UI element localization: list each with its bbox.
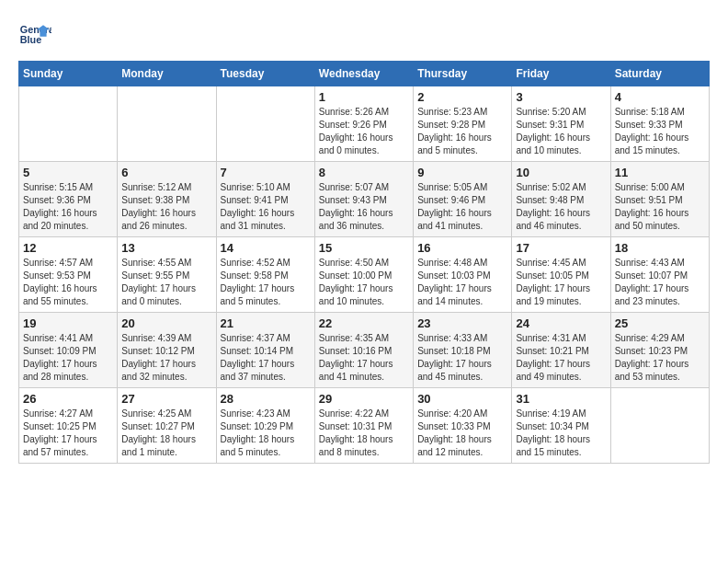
calendar-cell: 17Sunrise: 4:45 AM Sunset: 10:05 PM Dayl… [512, 237, 610, 313]
header-friday: Friday [512, 62, 610, 86]
calendar-cell: 25Sunrise: 4:29 AM Sunset: 10:23 PM Dayl… [610, 313, 709, 388]
day-detail: Sunrise: 5:12 AM Sunset: 9:38 PM Dayligh… [121, 181, 211, 233]
day-detail: Sunrise: 5:07 AM Sunset: 9:43 PM Dayligh… [319, 181, 409, 233]
calendar-cell: 7Sunrise: 5:10 AM Sunset: 9:41 PM Daylig… [216, 162, 314, 237]
calendar-cell: 2Sunrise: 5:23 AM Sunset: 9:28 PM Daylig… [414, 86, 512, 162]
calendar-cell: 14Sunrise: 4:52 AM Sunset: 9:58 PM Dayli… [216, 237, 314, 313]
day-detail: Sunrise: 5:10 AM Sunset: 9:41 PM Dayligh… [221, 181, 311, 233]
calendar-cell: 20Sunrise: 4:39 AM Sunset: 10:12 PM Dayl… [118, 313, 216, 388]
calendar-cell: 28Sunrise: 4:23 AM Sunset: 10:29 PM Dayl… [216, 388, 314, 464]
day-detail: Sunrise: 4:31 AM Sunset: 10:21 PM Daylig… [516, 332, 606, 384]
day-detail: Sunrise: 4:25 AM Sunset: 10:27 PM Daylig… [121, 408, 211, 459]
day-detail: Sunrise: 4:39 AM Sunset: 10:12 PM Daylig… [121, 332, 211, 384]
day-number: 31 [516, 392, 606, 406]
header-thursday: Thursday [414, 62, 512, 86]
day-number: 17 [516, 241, 606, 255]
day-detail: Sunrise: 4:50 AM Sunset: 10:00 PM Daylig… [319, 257, 409, 308]
week-row-1: 1Sunrise: 5:26 AM Sunset: 9:26 PM Daylig… [19, 86, 710, 162]
page-header: General Blue [18, 18, 710, 52]
day-number: 13 [121, 241, 211, 255]
day-number: 27 [121, 392, 211, 406]
day-detail: Sunrise: 4:20 AM Sunset: 10:33 PM Daylig… [417, 408, 507, 459]
calendar-cell: 15Sunrise: 4:50 AM Sunset: 10:00 PM Dayl… [314, 237, 413, 313]
day-detail: Sunrise: 4:35 AM Sunset: 10:16 PM Daylig… [319, 332, 409, 384]
day-detail: Sunrise: 4:27 AM Sunset: 10:25 PM Daylig… [23, 408, 113, 459]
day-detail: Sunrise: 5:18 AM Sunset: 9:33 PM Dayligh… [615, 106, 705, 157]
calendar-cell: 27Sunrise: 4:25 AM Sunset: 10:27 PM Dayl… [118, 388, 216, 464]
day-detail: Sunrise: 4:33 AM Sunset: 10:18 PM Daylig… [417, 332, 507, 384]
day-number: 24 [516, 316, 606, 330]
day-number: 6 [121, 166, 211, 179]
calendar-table: SundayMondayTuesdayWednesdayThursdayFrid… [18, 61, 710, 464]
day-detail: Sunrise: 4:45 AM Sunset: 10:05 PM Daylig… [516, 257, 606, 308]
calendar-cell: 22Sunrise: 4:35 AM Sunset: 10:16 PM Dayl… [314, 313, 413, 388]
calendar-body: 1Sunrise: 5:26 AM Sunset: 9:26 PM Daylig… [19, 86, 710, 464]
header-monday: Monday [118, 62, 216, 86]
week-row-5: 26Sunrise: 4:27 AM Sunset: 10:25 PM Dayl… [19, 388, 710, 464]
day-number: 2 [417, 90, 507, 104]
day-number: 19 [23, 316, 113, 330]
day-detail: Sunrise: 4:48 AM Sunset: 10:03 PM Daylig… [417, 257, 507, 308]
day-detail: Sunrise: 4:55 AM Sunset: 9:55 PM Dayligh… [121, 257, 211, 308]
logo-icon: General Blue [18, 18, 51, 52]
calendar-cell [610, 388, 709, 464]
calendar-cell: 30Sunrise: 4:20 AM Sunset: 10:33 PM Dayl… [414, 388, 512, 464]
day-detail: Sunrise: 5:26 AM Sunset: 9:26 PM Dayligh… [319, 106, 409, 157]
day-number: 23 [417, 316, 507, 330]
day-number: 20 [121, 316, 211, 330]
day-detail: Sunrise: 4:19 AM Sunset: 10:34 PM Daylig… [516, 408, 606, 459]
calendar-cell [118, 86, 216, 162]
header-wednesday: Wednesday [314, 62, 413, 86]
calendar-cell: 21Sunrise: 4:37 AM Sunset: 10:14 PM Dayl… [216, 313, 314, 388]
week-row-2: 5Sunrise: 5:15 AM Sunset: 9:36 PM Daylig… [19, 162, 710, 237]
day-detail: Sunrise: 4:23 AM Sunset: 10:29 PM Daylig… [221, 408, 311, 459]
calendar-cell: 3Sunrise: 5:20 AM Sunset: 9:31 PM Daylig… [512, 86, 610, 162]
header-tuesday: Tuesday [216, 62, 314, 86]
day-detail: Sunrise: 5:05 AM Sunset: 9:46 PM Dayligh… [417, 181, 507, 233]
calendar-cell: 10Sunrise: 5:02 AM Sunset: 9:48 PM Dayli… [512, 162, 610, 237]
week-row-3: 12Sunrise: 4:57 AM Sunset: 9:53 PM Dayli… [19, 237, 710, 313]
day-detail: Sunrise: 4:22 AM Sunset: 10:31 PM Daylig… [319, 408, 409, 459]
calendar-cell: 5Sunrise: 5:15 AM Sunset: 9:36 PM Daylig… [19, 162, 118, 237]
calendar-header-row: SundayMondayTuesdayWednesdayThursdayFrid… [19, 62, 710, 86]
calendar-cell: 29Sunrise: 4:22 AM Sunset: 10:31 PM Dayl… [314, 388, 413, 464]
logo: General Blue [18, 18, 51, 52]
day-number: 12 [23, 241, 113, 255]
day-detail: Sunrise: 4:29 AM Sunset: 10:23 PM Daylig… [615, 332, 705, 384]
day-number: 7 [221, 166, 311, 179]
day-number: 4 [615, 90, 705, 104]
calendar-cell: 16Sunrise: 4:48 AM Sunset: 10:03 PM Dayl… [414, 237, 512, 313]
day-detail: Sunrise: 4:41 AM Sunset: 10:09 PM Daylig… [23, 332, 113, 384]
day-number: 29 [319, 392, 409, 406]
day-number: 9 [417, 166, 507, 179]
day-number: 10 [516, 166, 606, 179]
calendar-cell: 13Sunrise: 4:55 AM Sunset: 9:55 PM Dayli… [118, 237, 216, 313]
day-number: 5 [23, 166, 113, 179]
calendar-cell [19, 86, 118, 162]
day-detail: Sunrise: 5:02 AM Sunset: 9:48 PM Dayligh… [516, 181, 606, 233]
day-number: 22 [319, 316, 409, 330]
day-number: 21 [221, 316, 311, 330]
day-number: 8 [319, 166, 409, 179]
day-detail: Sunrise: 5:15 AM Sunset: 9:36 PM Dayligh… [23, 181, 113, 233]
day-detail: Sunrise: 4:43 AM Sunset: 10:07 PM Daylig… [615, 257, 705, 308]
calendar-cell: 19Sunrise: 4:41 AM Sunset: 10:09 PM Dayl… [19, 313, 118, 388]
day-number: 3 [516, 90, 606, 104]
day-number: 30 [417, 392, 507, 406]
day-number: 11 [615, 166, 705, 179]
calendar-cell: 6Sunrise: 5:12 AM Sunset: 9:38 PM Daylig… [118, 162, 216, 237]
header-sunday: Sunday [19, 62, 118, 86]
calendar-cell: 1Sunrise: 5:26 AM Sunset: 9:26 PM Daylig… [314, 86, 413, 162]
header-saturday: Saturday [610, 62, 709, 86]
day-number: 26 [23, 392, 113, 406]
day-number: 28 [221, 392, 311, 406]
day-number: 1 [319, 90, 409, 104]
day-detail: Sunrise: 5:00 AM Sunset: 9:51 PM Dayligh… [615, 181, 705, 233]
day-number: 16 [417, 241, 507, 255]
calendar-cell: 4Sunrise: 5:18 AM Sunset: 9:33 PM Daylig… [610, 86, 709, 162]
calendar-cell: 31Sunrise: 4:19 AM Sunset: 10:34 PM Dayl… [512, 388, 610, 464]
day-number: 18 [615, 241, 705, 255]
calendar-cell: 9Sunrise: 5:05 AM Sunset: 9:46 PM Daylig… [414, 162, 512, 237]
calendar-cell: 8Sunrise: 5:07 AM Sunset: 9:43 PM Daylig… [314, 162, 413, 237]
day-detail: Sunrise: 5:20 AM Sunset: 9:31 PM Dayligh… [516, 106, 606, 157]
